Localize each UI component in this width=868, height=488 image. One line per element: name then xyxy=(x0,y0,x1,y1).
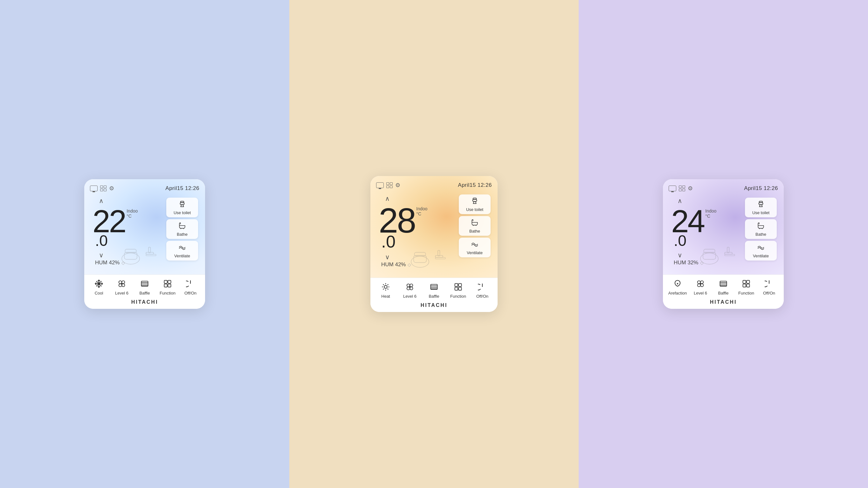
level-btn-blue[interactable]: Level 6 xyxy=(112,279,131,295)
card-top-purple: April15 12:26 ∧ 24 Indoo °C .0 ∨ xyxy=(663,179,784,274)
bathe-btn-blue[interactable]: Bathe xyxy=(166,219,198,239)
indoo-label-purple: Indoo xyxy=(705,208,716,214)
function-icon-blue xyxy=(163,279,172,289)
datetime-warm: April15 12:26 xyxy=(458,182,492,188)
ventilate-icon-warm xyxy=(471,240,479,250)
bathe-btn-purple[interactable]: Bathe xyxy=(745,219,777,239)
baffle-btn-purple[interactable]: Baffle xyxy=(714,279,733,295)
bathe-icon-blue xyxy=(178,222,186,231)
temp-decimal-blue: .0 xyxy=(95,232,108,250)
screen-icon-warm xyxy=(376,182,384,188)
offon-label-blue: Off/On xyxy=(184,291,196,295)
card-header-purple: April15 12:26 xyxy=(669,185,778,192)
temp-indoo-purple: Indoo °C xyxy=(705,208,716,219)
svg-rect-28 xyxy=(473,199,477,202)
function-btn-purple[interactable]: Function xyxy=(737,279,756,295)
arrow-down-warm[interactable]: ∨ xyxy=(385,254,390,260)
arrow-up-purple[interactable]: ∧ xyxy=(678,198,682,204)
temp-decimal-warm: .0 xyxy=(381,232,396,251)
arrow-down-blue[interactable]: ∨ xyxy=(99,252,104,258)
card-header-warm: April15 12:26 xyxy=(376,182,492,189)
arefaction-btn[interactable]: Arefaction xyxy=(668,279,687,295)
fan-icon-warm xyxy=(405,283,414,293)
svg-rect-64 xyxy=(747,284,749,287)
heat-icon xyxy=(381,283,390,293)
ventilate-btn-warm[interactable]: Ventilate xyxy=(459,238,491,257)
settings-icon-purple xyxy=(688,185,695,192)
offon-btn-purple[interactable]: Off/On xyxy=(760,279,779,295)
level-label-warm: Level 6 xyxy=(403,294,416,299)
baffle-btn-warm[interactable]: Baffle xyxy=(425,283,443,299)
svg-rect-45 xyxy=(459,284,461,287)
function-btn-warm[interactable]: Function xyxy=(448,283,468,299)
svg-rect-54 xyxy=(759,203,763,205)
baffle-btn-blue[interactable]: Baffle xyxy=(135,279,154,295)
toilet-icon-blue xyxy=(178,200,186,209)
panel-warm: April15 12:26 ∧ 28 Indoo °C .0 ∨ xyxy=(289,0,579,488)
temp-decimal-purple: .0 xyxy=(674,232,686,250)
ventilate-icon-purple xyxy=(757,243,765,253)
bathe-btn-warm[interactable]: Bathe xyxy=(459,216,491,236)
svg-rect-61 xyxy=(743,281,746,283)
function-icon-purple xyxy=(742,279,751,289)
ventilate-btn-purple[interactable]: Ventilate xyxy=(745,241,777,261)
offon-btn-warm[interactable]: Off/On xyxy=(473,283,492,299)
offon-btn-blue[interactable]: Off/On xyxy=(181,279,200,295)
power-icon-purple xyxy=(765,279,774,289)
use-toilet-btn-blue[interactable]: Use toilet xyxy=(166,198,198,217)
cool-btn[interactable]: Cool xyxy=(89,279,108,295)
toilet-icon-purple xyxy=(757,200,765,209)
use-toilet-label-blue: Use toilet xyxy=(174,210,191,215)
toilet-icon-warm xyxy=(471,197,479,206)
brand-blue: HITACHI xyxy=(87,297,202,306)
baffle-label-purple: Baffle xyxy=(718,291,728,295)
arefaction-icon xyxy=(673,279,682,289)
svg-rect-63 xyxy=(743,284,746,287)
arrow-up-blue[interactable]: ∧ xyxy=(99,198,104,204)
indoo-label-warm: Indoo xyxy=(416,206,427,211)
ventilate-btn-blue[interactable]: Ventilate xyxy=(166,241,198,261)
indoo-label-blue: Indoo xyxy=(127,208,138,214)
settings-icon xyxy=(109,185,116,192)
cool-label: Cool xyxy=(95,291,103,295)
arrow-down-purple[interactable]: ∨ xyxy=(678,252,682,258)
grid-icon xyxy=(100,186,106,191)
cool-icon xyxy=(94,279,103,289)
settings-icon-warm xyxy=(395,182,402,189)
indoo-unit-blue: °C xyxy=(127,214,138,219)
use-toilet-btn-purple[interactable]: Use toilet xyxy=(745,198,777,217)
use-toilet-btn-warm[interactable]: Use toilet xyxy=(459,194,491,214)
offon-label-purple: Off/On xyxy=(763,291,775,295)
card-bottom-warm: Heat Level 6 xyxy=(370,278,498,312)
svg-point-30 xyxy=(384,285,387,288)
level-btn-warm[interactable]: Level 6 xyxy=(400,283,420,299)
level-label-purple: Level 6 xyxy=(694,291,707,295)
heat-label: Heat xyxy=(381,294,390,299)
func-bar-purple: Arefaction Level 6 xyxy=(666,279,781,295)
fan-icon-blue xyxy=(117,279,126,289)
heat-btn[interactable]: Heat xyxy=(376,283,395,299)
svg-line-38 xyxy=(383,289,384,290)
header-icons-purple xyxy=(669,185,695,192)
brand-warm: HITACHI xyxy=(374,300,494,309)
function-btn-blue[interactable]: Function xyxy=(158,279,177,295)
card-bottom-purple: Arefaction Level 6 xyxy=(663,274,784,309)
use-toilet-label-purple: Use toilet xyxy=(752,210,769,215)
arefaction-label: Arefaction xyxy=(668,291,687,295)
bathe-icon-purple xyxy=(757,222,765,231)
card-bottom-blue: Cool Level 6 xyxy=(84,274,205,309)
baffle-icon-purple2 xyxy=(719,279,728,289)
screen-icon xyxy=(90,186,98,191)
svg-rect-55 xyxy=(759,201,763,202)
power-icon-warm xyxy=(478,283,487,293)
bathe-label-warm: Bathe xyxy=(469,229,480,233)
svg-rect-18 xyxy=(164,281,167,283)
bathroom-illus-warm xyxy=(405,236,451,271)
right-buttons-purple: Use toilet Bathe xyxy=(743,195,778,268)
temp-indoo-blue: Indoo °C xyxy=(127,208,138,219)
device-card-warm: April15 12:26 ∧ 28 Indoo °C .0 ∨ xyxy=(370,176,498,312)
level-btn-purple[interactable]: Level 6 xyxy=(691,279,710,295)
card-header-blue: April15 12:26 xyxy=(90,185,199,192)
svg-rect-20 xyxy=(164,284,167,287)
card-top-warm: April15 12:26 ∧ 28 Indoo °C .0 ∨ xyxy=(370,176,498,278)
